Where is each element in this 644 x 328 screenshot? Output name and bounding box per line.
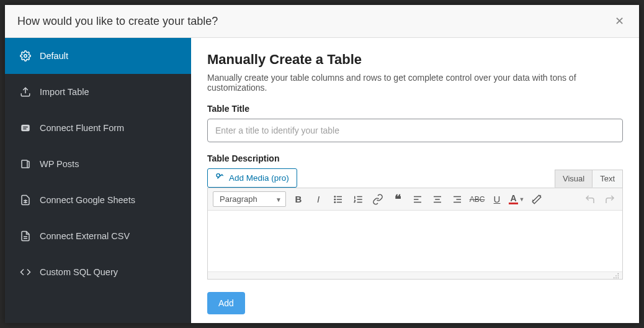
sidebar-item-label: Connect Google Sheets [40, 195, 135, 205]
table-description-label: Table Description [207, 153, 623, 163]
file-icon [20, 230, 31, 242]
sidebar-item-label: Import Table [40, 87, 89, 97]
underline-button[interactable]: U [490, 192, 504, 207]
modal-header: How would you like to create your table?… [5, 5, 639, 38]
align-center-button[interactable] [430, 192, 445, 207]
align-left-button[interactable] [410, 192, 425, 207]
close-button[interactable]: ✕ [612, 14, 627, 29]
sidebar-item-label: Connect External CSV [40, 231, 130, 241]
svg-point-31 [615, 275, 617, 276]
posts-icon [20, 158, 31, 170]
numbered-list-button[interactable] [351, 192, 365, 207]
content-description: Manually create your table columns and r… [207, 73, 623, 93]
text-color-icon: A [509, 194, 517, 204]
svg-point-0 [24, 55, 27, 58]
svg-rect-5 [22, 160, 27, 168]
form-icon [20, 122, 31, 134]
tab-text[interactable]: Text [593, 170, 623, 188]
svg-point-35 [618, 277, 619, 278]
sidebar-item-import[interactable]: Import Table [5, 74, 191, 110]
close-icon: ✕ [615, 14, 624, 28]
grip-icon [612, 273, 620, 279]
resize-handle[interactable] [208, 271, 622, 279]
svg-point-16 [334, 199, 336, 200]
sidebar-item-label: WP Posts [40, 159, 79, 169]
editor-toolbar: Paragraph ▼ B I ❝ [208, 188, 622, 211]
svg-point-11 [217, 174, 220, 177]
add-media-label: Add Media (pro) [229, 173, 289, 183]
strikethrough-button[interactable]: ABC [470, 192, 485, 207]
svg-rect-2 [21, 125, 30, 132]
bullet-list-button[interactable] [331, 192, 346, 207]
modal-title: How would you like to create your table? [17, 15, 218, 28]
content-heading: Manually Create a Table [207, 52, 623, 68]
svg-rect-3 [23, 127, 28, 128]
sidebar-item-default[interactable]: Default [5, 38, 191, 74]
code-icon [20, 266, 31, 278]
content-panel: Manually Create a Table Manually create … [191, 38, 639, 323]
svg-point-32 [618, 275, 619, 276]
sidebar-item-external-csv[interactable]: Connect External CSV [5, 218, 191, 254]
align-right-button[interactable] [450, 192, 465, 207]
sidebar: Default Import Table Connect Fluent Form… [5, 38, 191, 323]
svg-point-15 [334, 196, 336, 197]
editor-tabs: Visual Text [555, 170, 623, 188]
link-button[interactable] [370, 192, 385, 207]
modal-body: Default Import Table Connect Fluent Form… [5, 38, 639, 323]
create-table-modal: How would you like to create your table?… [5, 5, 639, 323]
chevron-down-icon: ▼ [275, 196, 282, 203]
chevron-down-icon: ▼ [519, 196, 525, 203]
svg-point-34 [615, 277, 617, 278]
sidebar-item-sql-query[interactable]: Custom SQL Query [5, 254, 191, 290]
tab-visual[interactable]: Visual [555, 170, 593, 188]
upload-icon [20, 86, 31, 98]
sheet-icon [20, 194, 31, 206]
svg-point-17 [334, 201, 336, 203]
table-title-input[interactable] [207, 119, 623, 142]
svg-rect-4 [23, 129, 26, 130]
sidebar-item-label: Connect Fluent Form [40, 123, 124, 133]
format-select-value: Paragraph [220, 194, 257, 204]
sidebar-item-label: Default [40, 51, 68, 61]
editor-textarea[interactable] [208, 211, 622, 279]
text-color-button[interactable]: A ▼ [509, 192, 524, 207]
media-icon [215, 173, 225, 183]
add-media-button[interactable]: Add Media (pro) [207, 168, 297, 188]
svg-point-30 [618, 273, 619, 274]
table-title-label: Table Title [207, 104, 623, 114]
add-button[interactable]: Add [207, 292, 245, 314]
format-select[interactable]: Paragraph ▼ [213, 191, 286, 207]
svg-point-33 [614, 277, 615, 278]
sidebar-item-label: Custom SQL Query [40, 267, 118, 277]
bold-button[interactable]: B [291, 192, 306, 207]
sidebar-item-wp-posts[interactable]: WP Posts [5, 146, 191, 182]
quote-button[interactable]: ❝ [390, 192, 405, 207]
italic-button[interactable]: I [311, 192, 326, 207]
gear-icon [20, 50, 31, 62]
sidebar-item-fluent-form[interactable]: Connect Fluent Form [5, 110, 191, 146]
sidebar-item-google-sheets[interactable]: Connect Google Sheets [5, 182, 191, 218]
editor: Paragraph ▼ B I ❝ [207, 188, 623, 280]
clear-format-button[interactable] [529, 192, 544, 207]
redo-button[interactable] [602, 192, 617, 207]
undo-button[interactable] [583, 192, 597, 207]
